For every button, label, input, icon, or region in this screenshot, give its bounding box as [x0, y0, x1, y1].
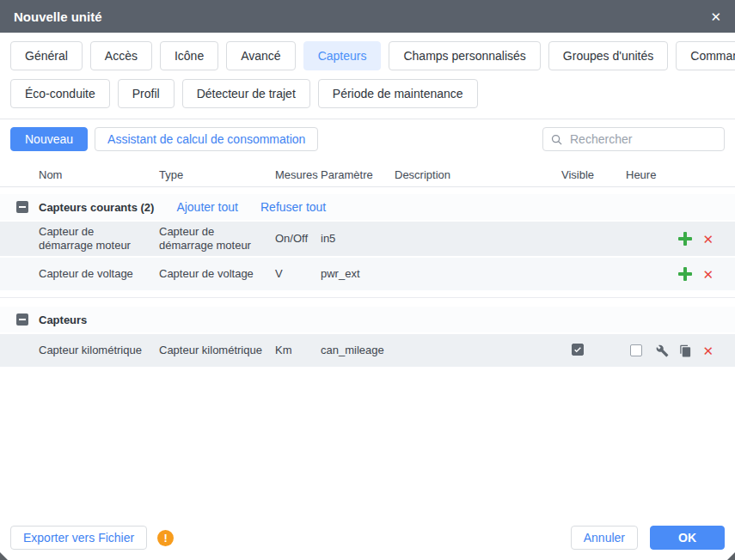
tab-icone[interactable]: Icône: [160, 41, 218, 70]
column-header-parametre: Paramètre: [321, 168, 395, 182]
actions-cell: ✕: [626, 228, 735, 249]
delete-icon[interactable]: ✕: [702, 344, 714, 357]
sensor-type: Capteur de voltage: [159, 264, 275, 284]
sensor-parameter: in5: [321, 228, 395, 249]
new-sensor-button[interactable]: Nouveau: [10, 127, 88, 151]
column-header-type: Type: [159, 168, 275, 182]
sensor-measure: V: [275, 264, 321, 284]
row-action-icons: ✕: [656, 344, 714, 357]
delete-icon[interactable]: ✕: [702, 233, 714, 246]
group-name: Capteurs courants (2): [39, 201, 154, 214]
sensor-description: [395, 235, 561, 242]
collapse-minus-icon[interactable]: [16, 201, 28, 213]
footer-actions: Annuler OK: [571, 526, 725, 550]
sensor-name: Capteur de démarrage moteur: [39, 222, 159, 256]
new-unit-dialog: Nouvelle unité ✕ GénéralAccèsIcôneAvancé…: [0, 0, 735, 560]
sensor-group: Capteurs courants (2)Ajouter toutRefuser…: [0, 187, 735, 298]
tab-capteurs[interactable]: Capteurs: [303, 41, 382, 70]
tab-champs-personnalises[interactable]: Champs personnalisés: [389, 41, 540, 70]
resize-grip-left[interactable]: [0, 552, 8, 560]
sensor-parameter: can_mileage: [321, 340, 395, 361]
close-icon[interactable]: ✕: [710, 10, 721, 23]
sensor-measure: Km: [275, 340, 321, 361]
sensor-group-header: Capteurs courants (2)Ajouter toutRefuser…: [0, 194, 735, 220]
copy-icon[interactable]: [679, 344, 692, 357]
sensor-description: [395, 347, 561, 354]
sensor-name: Capteur de voltage: [39, 264, 159, 284]
cancel-button[interactable]: Annuler: [571, 526, 638, 550]
column-header-visible: Visible: [561, 168, 626, 182]
column-header-description: Description: [395, 168, 561, 182]
tab-bar: GénéralAccèsIcôneAvancéCapteursChamps pe…: [0, 33, 735, 119]
sensor-group: CapteursCapteur kilométriqueCapteur kilo…: [0, 300, 735, 374]
time-checkbox[interactable]: [630, 344, 642, 356]
dialog-footer: Exporter vers Fichier Annuler OK: [0, 515, 735, 560]
visible-cell: [561, 271, 626, 277]
row-action-icons: ✕: [678, 232, 714, 246]
tab-eco-conduite[interactable]: Éco-conduite: [10, 79, 110, 108]
sensors-table: NomTypeMesuresParamètreDescriptionVisibl…: [0, 163, 735, 374]
sensor-row[interactable]: Capteur de voltageCapteur de voltageVpwr…: [0, 258, 735, 290]
sensor-type: Capteur de démarrage moteur: [159, 222, 275, 256]
tab-acces[interactable]: Accès: [90, 41, 152, 70]
group-name: Capteurs: [39, 313, 87, 326]
search-box[interactable]: [542, 127, 725, 151]
warning-icon: [157, 530, 174, 546]
collapse-minus-icon[interactable]: [16, 313, 28, 326]
column-header-nom: Nom: [39, 168, 159, 182]
actions-cell: ✕: [626, 264, 735, 284]
sensor-description: [395, 271, 561, 277]
search-icon: [550, 133, 563, 146]
delete-icon[interactable]: ✕: [702, 268, 714, 281]
sensor-parameter: pwr_ext: [321, 264, 395, 284]
tab-commandes[interactable]: Commandes: [676, 41, 735, 70]
consumption-wizard-button[interactable]: Assistant de calcul de consommation: [95, 127, 318, 151]
column-header-mesures: Mesures: [275, 168, 321, 182]
wrench-icon[interactable]: [656, 344, 669, 357]
row-indent: [0, 235, 39, 242]
sensor-group-header: Capteurs: [0, 307, 735, 332]
row-action-icons: ✕: [678, 267, 714, 281]
table-header-row: NomTypeMesuresParamètreDescriptionVisibl…: [0, 163, 735, 187]
sensor-name: Capteur kilométrique: [39, 340, 159, 361]
ok-button[interactable]: OK: [650, 526, 725, 550]
row-indent: [0, 271, 39, 277]
table-body: Capteurs courants (2)Ajouter toutRefuser…: [0, 187, 735, 374]
actions-cell: ✕: [626, 341, 735, 361]
tab-profil[interactable]: Profil: [118, 79, 175, 108]
tab-periode-de-maintenance[interactable]: Période de maintenance: [318, 79, 478, 108]
tab-row-2: Éco-conduiteProfilDétecteur de trajetPér…: [10, 79, 725, 108]
column-header-heure: Heure: [626, 168, 735, 182]
tab-detecteur-de-trajet[interactable]: Détecteur de trajet: [182, 79, 310, 108]
add-icon[interactable]: [678, 267, 692, 281]
sensors-toolbar: Nouveau Assistant de calcul de consommat…: [0, 119, 735, 151]
dialog-titlebar: Nouvelle unité ✕: [0, 0, 735, 33]
tab-general[interactable]: Général: [10, 41, 83, 70]
search-input[interactable]: [568, 131, 717, 147]
sensor-measure: On/Off: [275, 228, 321, 249]
export-to-file-button[interactable]: Exporter vers Fichier: [10, 526, 147, 550]
row-indent: [0, 347, 39, 354]
add-icon[interactable]: [678, 232, 692, 246]
group-action-ajouter-tout[interactable]: Ajouter tout: [176, 200, 238, 214]
sensor-row[interactable]: Capteur kilométriqueCapteur kilométrique…: [0, 334, 735, 367]
group-action-refuser-tout[interactable]: Refuser tout: [260, 200, 326, 214]
sensor-row[interactable]: Capteur de démarrage moteurCapteur de dé…: [0, 222, 735, 256]
tab-groupes-d-unites[interactable]: Groupes d'unités: [548, 41, 668, 70]
visible-cell: [561, 340, 626, 361]
tab-row-1: GénéralAccèsIcôneAvancéCapteursChamps pe…: [10, 41, 725, 70]
resize-grip-right[interactable]: [727, 552, 735, 560]
tab-avance[interactable]: Avancé: [226, 41, 295, 70]
visible-cell: [561, 235, 626, 242]
visible-checkbox[interactable]: [572, 344, 584, 356]
sensor-type: Capteur kilométrique: [159, 340, 275, 361]
dialog-title: Nouvelle unité: [14, 9, 102, 24]
